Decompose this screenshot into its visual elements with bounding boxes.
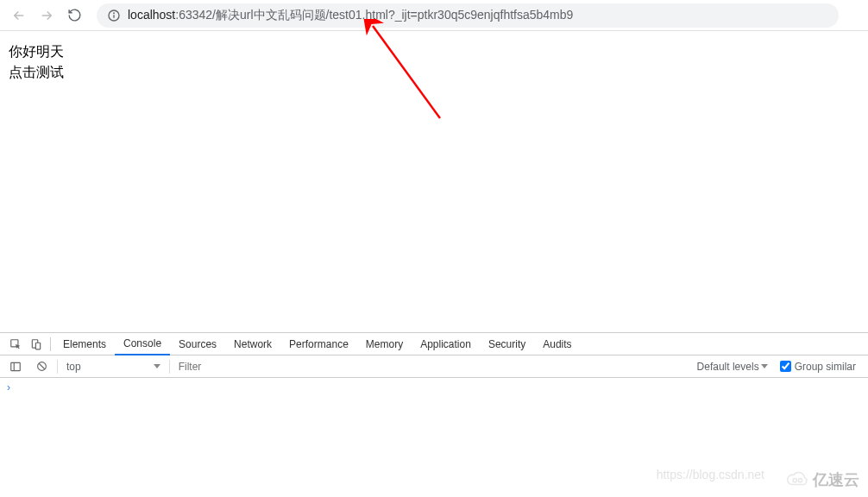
tab-application[interactable]: Application	[412, 333, 480, 355]
info-icon	[107, 9, 121, 22]
svg-point-2	[114, 13, 115, 14]
url-path: /解决url中文乱码问题/test01.html?_ijt=ptkr30q5c9…	[212, 8, 573, 22]
reload-button[interactable]	[62, 3, 86, 28]
tab-network[interactable]: Network	[225, 333, 280, 355]
context-value: top	[66, 361, 81, 373]
console-sidebar-toggle-icon[interactable]	[5, 356, 26, 377]
svg-point-11	[793, 479, 796, 482]
page-text-line2[interactable]: 点击测试	[9, 62, 859, 83]
tab-performance[interactable]: Performance	[280, 333, 357, 355]
tab-elements[interactable]: Elements	[54, 333, 115, 355]
cloud-icon	[785, 470, 809, 489]
chevron-down-icon	[154, 364, 160, 368]
device-toggle-icon[interactable]	[26, 334, 47, 355]
svg-rect-7	[11, 362, 21, 370]
url-port: :63342	[175, 8, 212, 22]
svg-line-10	[39, 363, 45, 369]
clear-console-icon[interactable]	[31, 356, 52, 377]
forward-button[interactable]	[35, 3, 59, 28]
separator	[57, 360, 58, 374]
context-selector[interactable]: top	[63, 361, 164, 373]
url-host: localhost	[128, 8, 175, 22]
back-button[interactable]	[7, 3, 31, 28]
filter-input[interactable]	[175, 358, 503, 375]
inspect-icon[interactable]	[5, 334, 26, 355]
page-content: 你好明天 点击测试	[0, 31, 868, 93]
log-levels-label: Default levels	[697, 361, 759, 373]
tab-memory[interactable]: Memory	[357, 333, 412, 355]
browser-toolbar: localhost:63342/解决url中文乱码问题/test01.html?…	[0, 0, 868, 31]
url-bar[interactable]: localhost:63342/解决url中文乱码问题/test01.html?…	[97, 3, 839, 28]
group-similar-checkbox[interactable]: Group similar	[780, 361, 856, 373]
page-text-line1: 你好明天	[9, 41, 859, 62]
console-prompt: ›	[7, 381, 10, 393]
svg-point-12	[798, 479, 802, 482]
separator	[50, 337, 51, 351]
url-text: localhost:63342/解决url中文乱码问题/test01.html?…	[128, 8, 573, 23]
group-similar-label: Group similar	[795, 361, 856, 373]
devtools-tabs: Elements Console Sources Network Perform…	[0, 333, 868, 355]
group-similar-input[interactable]	[780, 361, 791, 372]
watermark-logo: 亿速云	[785, 469, 859, 490]
watermark-url: https://blog.csdn.net	[657, 468, 764, 481]
separator	[169, 360, 170, 374]
tab-security[interactable]: Security	[480, 333, 534, 355]
tab-sources[interactable]: Sources	[170, 333, 225, 355]
chevron-down-icon	[761, 364, 768, 368]
tab-console[interactable]: Console	[115, 333, 170, 355]
watermark-logo-text: 亿速云	[813, 469, 859, 490]
console-right-controls: Default levels Group similar	[694, 361, 863, 373]
svg-rect-6	[35, 343, 40, 349]
console-filter-bar: top Default levels Group similar	[0, 355, 868, 378]
log-levels-selector[interactable]: Default levels	[694, 361, 771, 373]
tab-audits[interactable]: Audits	[534, 333, 580, 355]
